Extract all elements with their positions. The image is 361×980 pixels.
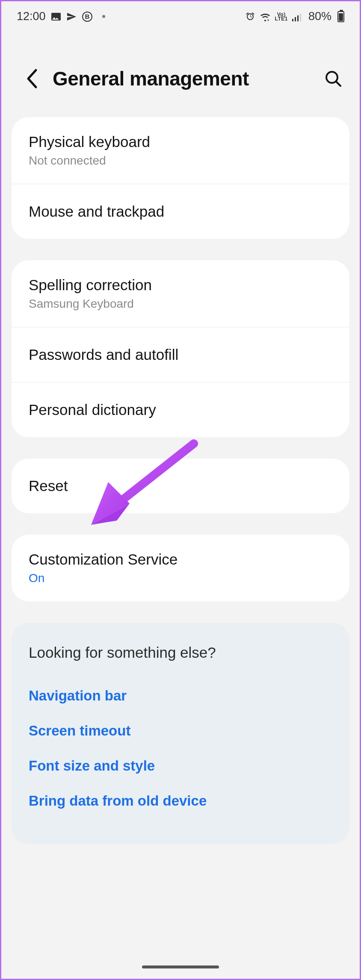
back-button[interactable] [18,66,44,91]
item-subtitle: On [29,571,332,585]
item-customization-service[interactable]: Customization Service On [12,535,349,601]
search-button[interactable] [320,66,346,91]
item-subtitle: Samsung Keyboard [29,297,332,311]
item-personal-dictionary[interactable]: Personal dictionary [12,382,349,437]
link-navigation-bar[interactable]: Navigation bar [29,678,332,713]
svg-text:B: B [85,13,89,20]
item-title: Reset [29,477,332,494]
letter-b-icon: B [82,11,93,22]
status-left: 12:00 B [17,10,105,23]
settings-group-reset: Reset [12,459,349,513]
svg-rect-4 [297,15,299,21]
link-bring-data[interactable]: Bring data from old device [29,783,332,818]
svg-rect-5 [300,14,301,21]
item-title: Passwords and autofill [29,346,332,363]
svg-rect-2 [292,19,293,21]
item-passwords-autofill[interactable]: Passwords and autofill [12,327,349,382]
item-title: Personal dictionary [29,401,332,418]
settings-group-customization: Customization Service On [12,535,349,601]
gesture-handle[interactable] [142,965,219,968]
item-reset[interactable]: Reset [12,459,349,513]
dot-icon [102,15,105,18]
page-title: General management [53,67,320,90]
item-physical-keyboard[interactable]: Physical keyboard Not connected [12,117,349,184]
status-bar: 12:00 B Vo) LTE1 80% [1,1,360,27]
item-title: Physical keyboard [29,133,332,150]
item-subtitle: Not connected [29,154,332,168]
settings-group-text: Spelling correction Samsung Keyboard Pas… [12,260,349,437]
item-title: Customization Service [29,551,332,568]
link-font-size-style[interactable]: Font size and style [29,748,332,783]
send-icon [66,12,77,22]
status-right: Vo) LTE1 80% [245,10,345,23]
battery-icon [337,11,344,22]
alarm-icon [245,12,255,22]
search-icon [324,70,342,88]
chevron-left-icon [25,68,38,89]
looking-for-section: Looking for something else? Navigation b… [12,623,349,844]
link-screen-timeout[interactable]: Screen timeout [29,713,332,748]
looking-for-title: Looking for something else? [29,644,332,661]
header: General management [1,27,360,117]
wifi-icon [260,12,271,21]
volte-icon: Vo) LTE1 [275,12,288,21]
battery-percentage: 80% [308,10,331,23]
item-mouse-trackpad[interactable]: Mouse and trackpad [12,184,349,239]
item-spelling-correction[interactable]: Spelling correction Samsung Keyboard [12,260,349,327]
status-time: 12:00 [17,10,46,23]
image-icon [51,12,61,22]
svg-rect-3 [295,17,296,21]
signal-icon [292,12,302,21]
item-title: Mouse and trackpad [29,203,332,220]
settings-group-input-devices: Physical keyboard Not connected Mouse an… [12,117,349,239]
item-title: Spelling correction [29,277,332,294]
svg-line-7 [336,82,340,86]
